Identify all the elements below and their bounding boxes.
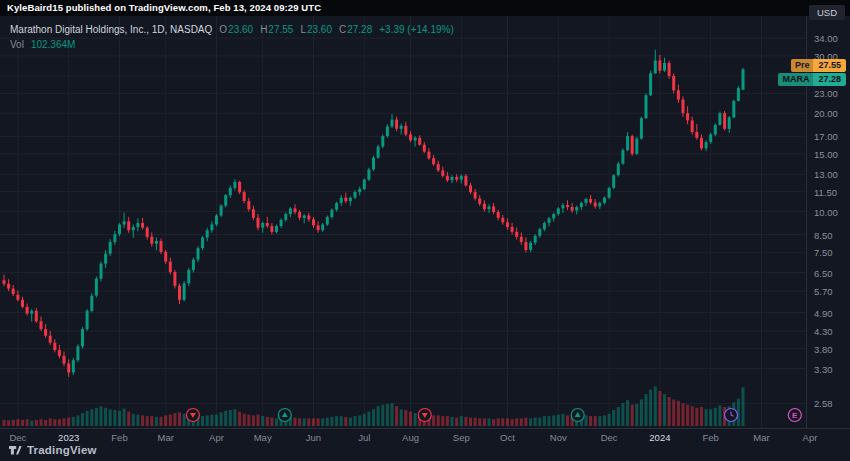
price-tick: 15.00 xyxy=(814,149,838,160)
month-tick: Dec xyxy=(601,429,618,446)
footer: TradingView xyxy=(8,443,97,457)
svg-text:E: E xyxy=(792,411,798,420)
price-tick: 23.00 xyxy=(814,88,838,99)
close-value: C27.28 xyxy=(339,24,372,35)
price-tick: 3.80 xyxy=(814,343,833,354)
month-tick: Apr xyxy=(209,429,224,446)
month-tick: Aug xyxy=(402,429,419,446)
symbol-price-badge-value: 27.28 xyxy=(813,73,846,86)
price-tick: 6.50 xyxy=(814,267,833,278)
volume-value: 102.364M xyxy=(31,39,75,50)
price-tick: 3.30 xyxy=(814,363,833,374)
symbol-price-badge: MARA27.28 xyxy=(778,73,846,86)
change-value: +3.39 (+14.19%) xyxy=(379,24,454,35)
candlestick-chart[interactable]: E xyxy=(0,16,806,428)
price-tick: 2.58 xyxy=(814,398,833,409)
price-tick: 20.00 xyxy=(814,108,838,119)
month-tick: Mar xyxy=(753,429,769,446)
tradingview-snapshot: KyleBaird15 published on TradingView.com… xyxy=(0,0,850,461)
price-tick: 10.00 xyxy=(814,206,838,217)
month-tick: Jul xyxy=(358,429,370,446)
month-tick: Mar xyxy=(158,429,174,446)
symbol-price-badge-label: MARA xyxy=(778,73,813,86)
price-tick: 5.70 xyxy=(814,286,833,297)
premarket-price-badge-label: Pre xyxy=(791,59,814,72)
price-tick: 4.90 xyxy=(814,307,833,318)
month-tick: May xyxy=(254,429,272,446)
tradingview-logo-icon[interactable] xyxy=(8,443,22,457)
price-tick: 13.00 xyxy=(814,169,838,180)
volume-label: Vol xyxy=(10,39,24,50)
month-tick: Feb xyxy=(703,429,719,446)
premarket-price-badge-value: 27.55 xyxy=(813,59,846,72)
premarket-price-badge: Pre27.55 xyxy=(791,59,846,72)
price-tick: 4.30 xyxy=(814,326,833,337)
open-value: O23.60 xyxy=(219,24,253,35)
symbol-title[interactable]: Marathon Digital Holdings, Inc., 1D, NAS… xyxy=(10,24,212,35)
publish-text: KyleBaird15 published on TradingView.com… xyxy=(7,2,321,13)
month-tick: Sep xyxy=(453,429,470,446)
high-value: H27.55 xyxy=(260,24,293,35)
low-value: L23.60 xyxy=(300,24,332,35)
tradingview-logo-text[interactable]: TradingView xyxy=(27,444,97,456)
month-tick: Feb xyxy=(111,429,127,446)
month-tick: Oct xyxy=(500,429,515,446)
price-tick: 11.50 xyxy=(814,186,837,197)
month-tick: Apr xyxy=(803,429,818,446)
price-tick: 7.50 xyxy=(814,247,833,258)
publish-bar: KyleBaird15 published on TradingView.com… xyxy=(0,0,850,16)
symbol-legend: Marathon Digital Holdings, Inc., 1D, NAS… xyxy=(10,24,454,50)
month-tick: Jun xyxy=(306,429,321,446)
currency-button[interactable]: USD xyxy=(809,5,845,20)
year-tick: 2024 xyxy=(649,429,670,446)
price-tick: 17.00 xyxy=(814,131,838,142)
price-tick: 34.00 xyxy=(814,33,838,44)
time-axis[interactable]: Dec2023FebMarAprMayJunJulAugSepOctNovDec… xyxy=(0,428,850,446)
month-tick: Nov xyxy=(550,429,567,446)
price-tick: 8.50 xyxy=(814,229,833,240)
